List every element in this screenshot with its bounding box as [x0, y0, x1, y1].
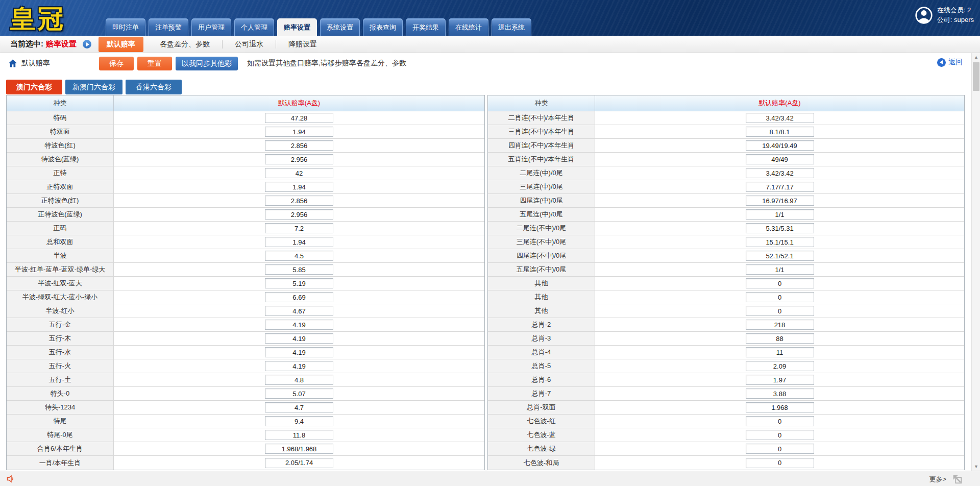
online-members-label: 在线会员:	[937, 6, 966, 14]
odds-input[interactable]	[746, 196, 814, 206]
odds-input[interactable]	[746, 113, 814, 123]
subnav-item[interactable]: 降赔设置	[276, 40, 329, 49]
odds-input[interactable]	[746, 264, 814, 275]
default-odds-tab[interactable]: 默认赔率	[99, 37, 143, 52]
odds-input[interactable]	[265, 444, 333, 454]
nav-tab[interactable]: 即时注单	[106, 18, 145, 36]
odds-input[interactable]	[746, 375, 814, 385]
odds-input[interactable]	[265, 458, 333, 468]
odds-input[interactable]	[746, 182, 814, 192]
lottery-tab[interactable]: 香港六合彩	[126, 80, 182, 94]
lottery-tab[interactable]: 新澳门六合彩	[65, 80, 122, 94]
nav-tab[interactable]: 个人管理	[234, 18, 274, 36]
odds-input[interactable]	[265, 402, 333, 412]
odds-input[interactable]	[746, 140, 814, 151]
odds-input[interactable]	[265, 347, 333, 357]
odds-input[interactable]	[746, 444, 814, 454]
odds-input[interactable]	[265, 430, 333, 440]
speaker-icon[interactable]	[6, 474, 16, 484]
bet-type-label: 正特波色(红)	[7, 194, 114, 207]
table-row: 四肖连(不中)/本年生肖	[488, 139, 964, 153]
expand-arrow-icon[interactable]	[83, 40, 91, 48]
odds-input[interactable]	[265, 306, 333, 316]
bet-type-label: 总和双面	[7, 235, 114, 249]
odds-input[interactable]	[265, 154, 333, 164]
table-row: 半波-红小	[7, 304, 484, 318]
odds-input[interactable]	[265, 251, 333, 261]
odds-input[interactable]	[265, 209, 333, 220]
lottery-tab[interactable]: 澳门六合彩	[6, 80, 62, 94]
table-row: 总肖-双面	[488, 401, 964, 415]
odds-input[interactable]	[265, 168, 333, 178]
nav-tab[interactable]: 用户管理	[191, 18, 231, 36]
odds-cell	[114, 346, 484, 359]
more-link[interactable]: 更多>	[929, 475, 946, 484]
odds-input[interactable]	[265, 416, 333, 426]
odds-input[interactable]	[746, 333, 814, 344]
odds-input[interactable]	[746, 458, 814, 468]
odds-input[interactable]	[746, 320, 814, 330]
subnav-item[interactable]: 各盘差分、参数	[148, 40, 222, 49]
nav-tab[interactable]: 开奖结果	[406, 18, 446, 36]
odds-input[interactable]	[265, 388, 333, 399]
nav-tab[interactable]: 退出系统	[492, 18, 531, 36]
odds-input[interactable]	[746, 306, 814, 316]
odds-input[interactable]	[746, 168, 814, 178]
bet-type-label: 半波-红小	[7, 304, 114, 318]
resize-arrow-icon[interactable]	[951, 473, 963, 484]
odds-input[interactable]	[746, 278, 814, 288]
save-button[interactable]: 保存	[99, 57, 134, 70]
odds-input[interactable]	[746, 361, 814, 371]
back-link[interactable]: 返回	[937, 58, 963, 67]
scrollbar-thumb[interactable]	[973, 62, 979, 91]
odds-cell	[595, 180, 964, 193]
odds-cell	[595, 208, 964, 221]
odds-input[interactable]	[746, 416, 814, 426]
odds-input[interactable]	[265, 264, 333, 275]
lottery-tabs: 澳门六合彩新澳门六合彩香港六合彩	[6, 80, 182, 94]
scroll-down-arrow[interactable]: ▼	[972, 463, 980, 471]
odds-input[interactable]	[746, 154, 814, 164]
odds-input[interactable]	[746, 223, 814, 233]
subnav-item[interactable]: 公司退水	[223, 40, 276, 49]
scroll-up-arrow[interactable]: ▲	[972, 53, 980, 61]
odds-input[interactable]	[265, 333, 333, 344]
nav-tabs: 即时注单注单预警用户管理个人管理赔率设置系统设置报表查询开奖结果在线统计退出系统	[106, 18, 531, 36]
nav-tab[interactable]: 报表查询	[363, 18, 403, 36]
odds-input[interactable]	[265, 196, 333, 206]
bet-type-label: 三肖连(不中)/本年生肖	[488, 125, 595, 138]
odds-input[interactable]	[265, 127, 333, 137]
odds-input[interactable]	[265, 278, 333, 288]
odds-input[interactable]	[265, 375, 333, 385]
odds-cell	[595, 153, 964, 166]
odds-input[interactable]	[265, 182, 333, 192]
nav-tab[interactable]: 在线统计	[449, 18, 488, 36]
sync-other-lottery-button[interactable]: 以我同步其他彩	[176, 57, 238, 70]
odds-input[interactable]	[746, 237, 814, 247]
odds-input[interactable]	[265, 140, 333, 151]
odds-input[interactable]	[746, 347, 814, 357]
odds-input[interactable]	[265, 113, 333, 123]
odds-input[interactable]	[265, 320, 333, 330]
odds-input[interactable]	[746, 251, 814, 261]
odds-input[interactable]	[265, 361, 333, 371]
nav-tab[interactable]: 赔率设置	[277, 18, 317, 36]
odds-input[interactable]	[265, 237, 333, 247]
odds-input[interactable]	[265, 292, 333, 302]
odds-input[interactable]	[746, 402, 814, 412]
nav-tab[interactable]: 注单预警	[149, 18, 188, 36]
odds-input[interactable]	[265, 223, 333, 233]
odds-input[interactable]	[746, 292, 814, 302]
user-box: 在线会员: 2 公司: supers	[915, 6, 974, 25]
table-row: 三肖连(不中)/本年生肖	[488, 125, 964, 139]
odds-input[interactable]	[746, 388, 814, 399]
odds-input[interactable]	[746, 209, 814, 220]
vertical-scrollbar[interactable]: ▲ ▼	[971, 53, 980, 471]
nav-tab[interactable]: 系统设置	[320, 18, 360, 36]
odds-input[interactable]	[746, 127, 814, 137]
reset-button[interactable]: 重置	[137, 57, 172, 70]
bet-type-label: 五肖连(不中)/本年生肖	[488, 153, 595, 166]
odds-input[interactable]	[746, 430, 814, 440]
odds-cell	[114, 304, 484, 318]
table-row: 五行-水	[7, 346, 484, 359]
